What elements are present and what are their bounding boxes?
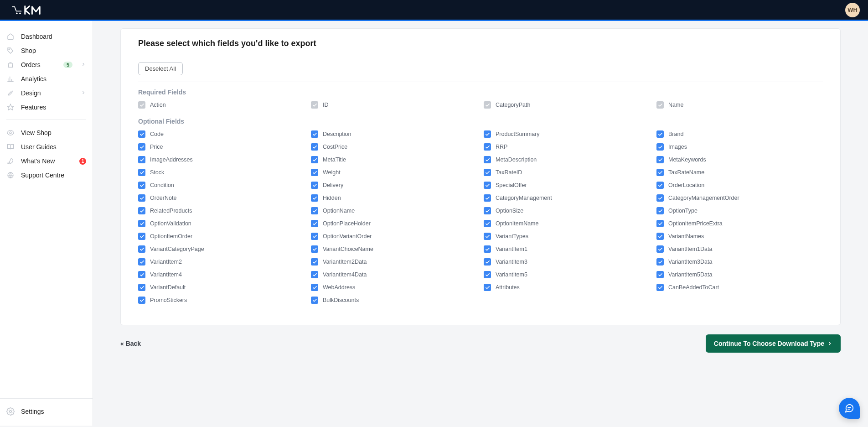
checkbox-checked-icon[interactable] (656, 182, 664, 189)
checkbox-checked-icon[interactable] (138, 233, 145, 240)
checkbox-checked-icon[interactable] (656, 220, 664, 227)
field-taxratename[interactable]: TaxRateName (656, 168, 823, 177)
checkbox-checked-icon[interactable] (656, 245, 664, 253)
sidebar-item-user-guides[interactable]: User Guides (0, 141, 93, 153)
sidebar-item-analytics[interactable]: Analytics (0, 73, 93, 85)
field-delivery[interactable]: Delivery (311, 181, 477, 190)
field-price[interactable]: Price (138, 142, 305, 151)
sidebar-item-orders[interactable]: Orders5 (0, 58, 93, 71)
field-variantitem1[interactable]: VariantItem1 (484, 245, 650, 254)
avatar[interactable]: WH (845, 3, 860, 17)
continue-button[interactable]: Continue To Choose Download Type (706, 334, 841, 353)
field-specialoffer[interactable]: SpecialOffer (484, 181, 650, 190)
checkbox-checked-icon[interactable] (311, 271, 318, 278)
checkbox-checked-icon[interactable] (656, 156, 664, 163)
field-images[interactable]: Images (656, 142, 823, 151)
field-condition[interactable]: Condition (138, 181, 305, 190)
sidebar-item-features[interactable]: Features (0, 101, 93, 114)
field-optionvariantorder[interactable]: OptionVariantOrder (311, 232, 477, 241)
field-variantchoicename[interactable]: VariantChoiceName (311, 245, 477, 254)
checkbox-checked-icon[interactable] (311, 233, 318, 240)
field-code[interactable]: Code (138, 130, 305, 139)
field-variantitem4data[interactable]: VariantItem4Data (311, 270, 477, 279)
field-promostickers[interactable]: PromoStickers (138, 296, 305, 305)
checkbox-checked-icon[interactable] (311, 297, 318, 304)
checkbox-checked-icon[interactable] (311, 130, 318, 138)
field-ordernote[interactable]: OrderNote (138, 193, 305, 203)
field-optiontype[interactable]: OptionType (656, 206, 823, 215)
chat-button[interactable] (839, 398, 860, 419)
field-variantitem5data[interactable]: VariantItem5Data (656, 270, 823, 279)
checkbox-checked-icon[interactable] (311, 220, 318, 227)
field-attributes[interactable]: Attributes (484, 283, 650, 292)
checkbox-checked-icon[interactable] (311, 169, 318, 176)
field-variantitem3[interactable]: VariantItem3 (484, 257, 650, 266)
checkbox-checked-icon[interactable] (484, 220, 491, 227)
checkbox-checked-icon[interactable] (656, 194, 664, 202)
checkbox-checked-icon[interactable] (311, 284, 318, 291)
checkbox-checked-icon[interactable] (311, 156, 318, 163)
field-canbeaddedtocart[interactable]: CanBeAddedToCart (656, 283, 823, 292)
field-brand[interactable]: Brand (656, 130, 823, 139)
checkbox-checked-icon[interactable] (311, 194, 318, 202)
field-bulkdiscounts[interactable]: BulkDiscounts (311, 296, 477, 305)
checkbox-checked-icon[interactable] (656, 271, 664, 278)
back-link[interactable]: « Back (120, 340, 141, 347)
checkbox-checked-icon[interactable] (311, 182, 318, 189)
checkbox-checked-icon[interactable] (484, 245, 491, 253)
checkbox-checked-icon[interactable] (138, 182, 145, 189)
checkbox-checked-icon[interactable] (138, 130, 145, 138)
field-productsummary[interactable]: ProductSummary (484, 130, 650, 139)
field-optionsize[interactable]: OptionSize (484, 206, 650, 215)
checkbox-checked-icon[interactable] (138, 271, 145, 278)
checkbox-checked-icon[interactable] (138, 143, 145, 151)
field-relatedproducts[interactable]: RelatedProducts (138, 206, 305, 215)
logo[interactable] (12, 5, 45, 15)
checkbox-checked-icon[interactable] (138, 258, 145, 266)
checkbox-checked-icon[interactable] (656, 233, 664, 240)
sidebar-item-dashboard[interactable]: Dashboard (0, 30, 93, 43)
checkbox-checked-icon[interactable] (656, 169, 664, 176)
checkbox-checked-icon[interactable] (138, 156, 145, 163)
field-webaddress[interactable]: WebAddress (311, 283, 477, 292)
field-variantitem5[interactable]: VariantItem5 (484, 270, 650, 279)
field-variantitem2data[interactable]: VariantItem2Data (311, 257, 477, 266)
field-variantitem3data[interactable]: VariantItem3Data (656, 257, 823, 266)
field-weight[interactable]: Weight (311, 168, 477, 177)
field-metatitle[interactable]: MetaTitle (311, 155, 477, 164)
checkbox-checked-icon[interactable] (484, 143, 491, 151)
checkbox-checked-icon[interactable] (138, 169, 145, 176)
checkbox-checked-icon[interactable] (138, 245, 145, 253)
field-varianttypes[interactable]: VariantTypes (484, 232, 650, 241)
checkbox-checked-icon[interactable] (484, 194, 491, 202)
checkbox-checked-icon[interactable] (656, 258, 664, 266)
checkbox-checked-icon[interactable] (484, 258, 491, 266)
sidebar-item-settings[interactable]: Settings (0, 405, 93, 418)
checkbox-checked-icon[interactable] (311, 207, 318, 214)
checkbox-checked-icon[interactable] (484, 233, 491, 240)
field-optionitemorder[interactable]: OptionItemOrder (138, 232, 305, 241)
checkbox-checked-icon[interactable] (656, 284, 664, 291)
checkbox-checked-icon[interactable] (311, 143, 318, 151)
field-categorymanagement[interactable]: CategoryManagement (484, 193, 650, 203)
field-metadescription[interactable]: MetaDescription (484, 155, 650, 164)
checkbox-checked-icon[interactable] (138, 194, 145, 202)
field-variantnames[interactable]: VariantNames (656, 232, 823, 241)
checkbox-checked-icon[interactable] (656, 143, 664, 151)
checkbox-checked-icon[interactable] (484, 169, 491, 176)
field-optionvalidation[interactable]: OptionValidation (138, 219, 305, 228)
field-orderlocation[interactable]: OrderLocation (656, 181, 823, 190)
field-optionitemname[interactable]: OptionItemName (484, 219, 650, 228)
field-rrp[interactable]: RRP (484, 142, 650, 151)
checkbox-checked-icon[interactable] (656, 130, 664, 138)
field-stock[interactable]: Stock (138, 168, 305, 177)
field-variantitem2[interactable]: VariantItem2 (138, 257, 305, 266)
field-description[interactable]: Description (311, 130, 477, 139)
field-variantitem1data[interactable]: VariantItem1Data (656, 245, 823, 254)
checkbox-checked-icon[interactable] (484, 207, 491, 214)
checkbox-checked-icon[interactable] (484, 284, 491, 291)
sidebar-item-design[interactable]: Design (0, 87, 93, 99)
checkbox-checked-icon[interactable] (138, 207, 145, 214)
field-costprice[interactable]: CostPrice (311, 142, 477, 151)
field-categorymanagementorder[interactable]: CategoryManagementOrder (656, 193, 823, 203)
